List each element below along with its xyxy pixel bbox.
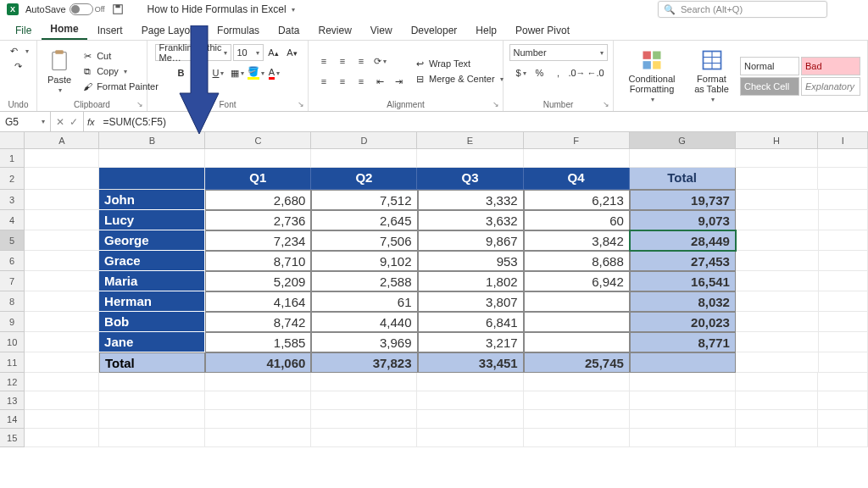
cell[interactable] <box>819 352 868 373</box>
cell[interactable]: 3,632 <box>418 210 524 230</box>
cell[interactable] <box>630 373 736 391</box>
cell[interactable]: 25,745 <box>524 352 630 373</box>
fx-icon[interactable]: fx <box>84 117 98 127</box>
paste-button[interactable]: Paste▾ <box>44 47 75 96</box>
cell[interactable]: 20,023 <box>630 312 736 332</box>
cell[interactable]: 2,736 <box>205 210 311 230</box>
cell[interactable] <box>417 410 523 429</box>
cell[interactable] <box>25 271 99 291</box>
cell[interactable] <box>205 373 311 391</box>
cell[interactable]: John <box>99 190 205 210</box>
cell[interactable]: 8,771 <box>630 332 736 352</box>
cell[interactable]: Total <box>630 168 736 190</box>
cell[interactable] <box>25 429 99 447</box>
col-header-d[interactable]: D <box>311 132 417 149</box>
row-header[interactable]: 15 <box>0 429 25 447</box>
tab-home[interactable]: Home <box>42 19 86 40</box>
align-left-button[interactable]: ≡ <box>315 73 332 90</box>
cell[interactable] <box>736 352 819 373</box>
cell[interactable]: 7,512 <box>311 190 417 210</box>
orientation-button[interactable]: ⟳▾ <box>371 53 388 69</box>
cell[interactable]: 27,453 <box>630 251 736 271</box>
row-header[interactable]: 8 <box>0 291 25 312</box>
conditional-formatting-button[interactable]: Conditional Formatting▾ <box>620 47 683 105</box>
cell[interactable] <box>25 230 99 251</box>
cell[interactable]: 3,332 <box>418 190 524 210</box>
tab-power-pivot[interactable]: Power Pivot <box>507 21 578 40</box>
cell[interactable]: 9,102 <box>311 251 417 271</box>
col-header-e[interactable]: E <box>417 132 523 149</box>
col-header-b[interactable]: B <box>99 132 205 149</box>
cell[interactable]: 28,449 <box>630 230 736 251</box>
cell[interactable] <box>311 429 417 447</box>
number-format-select[interactable]: Number▾ <box>509 44 608 61</box>
italic-button[interactable]: I <box>192 64 209 81</box>
cell[interactable]: 3,842 <box>524 230 630 251</box>
col-header-g[interactable]: G <box>630 132 736 149</box>
style-explanatory[interactable]: Explanatory <box>801 77 860 96</box>
align-right-button[interactable]: ≡ <box>353 73 370 90</box>
enter-formula-icon[interactable]: ✓ <box>70 116 78 128</box>
clipboard-launcher-icon[interactable]: ↘ <box>136 100 143 108</box>
col-header-i[interactable]: I <box>818 132 868 149</box>
tab-developer[interactable]: Developer <box>403 21 466 40</box>
cell[interactable] <box>736 149 819 168</box>
cell[interactable] <box>25 251 99 271</box>
cell[interactable] <box>818 149 868 168</box>
cell[interactable] <box>736 271 819 291</box>
row-header[interactable]: 6 <box>0 251 25 271</box>
row-header[interactable]: 3 <box>0 190 25 210</box>
toggle-switch-icon[interactable] <box>70 3 93 15</box>
cell[interactable]: 5,209 <box>205 271 311 291</box>
row-header[interactable]: 9 <box>0 312 25 332</box>
cell[interactable]: Jane <box>99 332 205 352</box>
row-header[interactable]: 7 <box>0 271 25 291</box>
cell[interactable] <box>630 429 736 447</box>
cell[interactable] <box>524 291 630 312</box>
cell[interactable] <box>25 332 99 352</box>
cell[interactable] <box>417 391 523 410</box>
cell[interactable]: 7,506 <box>311 230 417 251</box>
cell[interactable]: 9,073 <box>630 210 736 230</box>
font-name-select[interactable]: Franklin Gothic Me…▾ <box>155 44 231 61</box>
cell[interactable]: Q4 <box>524 168 630 190</box>
decrease-decimal-button[interactable]: ←.0 <box>587 64 604 81</box>
cell[interactable] <box>524 149 630 168</box>
cell[interactable]: Maria <box>99 271 205 291</box>
cell[interactable] <box>524 373 630 391</box>
align-middle-button[interactable]: ≡ <box>334 53 351 69</box>
cell[interactable] <box>25 190 99 210</box>
row-header[interactable]: 13 <box>0 391 25 410</box>
cell[interactable] <box>99 429 205 447</box>
cell[interactable] <box>25 210 99 230</box>
cell[interactable] <box>736 373 819 391</box>
cell[interactable]: 8,032 <box>630 291 736 312</box>
cell[interactable] <box>736 291 819 312</box>
font-launcher-icon[interactable]: ↘ <box>298 100 304 108</box>
align-center-button[interactable]: ≡ <box>334 73 351 90</box>
cell[interactable] <box>25 410 99 429</box>
cell[interactable]: 953 <box>418 251 524 271</box>
cell[interactable] <box>630 391 736 410</box>
cell[interactable] <box>417 373 523 391</box>
save-icon[interactable] <box>112 3 124 15</box>
cell[interactable]: Total <box>99 352 205 373</box>
redo-button[interactable]: ↷ <box>11 59 26 73</box>
tab-insert[interactable]: Insert <box>89 21 131 40</box>
row-header[interactable]: 14 <box>0 410 25 429</box>
document-title[interactable]: How to Hide Formulas in Excel ▾ <box>147 3 295 15</box>
cell[interactable] <box>311 149 417 168</box>
col-header-f[interactable]: F <box>524 132 630 149</box>
cell[interactable] <box>99 373 205 391</box>
style-check-cell[interactable]: Check Cell <box>740 77 799 96</box>
cell[interactable]: Bob <box>99 312 205 332</box>
cell[interactable] <box>524 410 630 429</box>
row-header[interactable]: 1 <box>0 149 25 168</box>
cell[interactable] <box>99 391 205 410</box>
accounting-button[interactable]: $▾ <box>513 64 530 81</box>
row-header[interactable]: 5 <box>0 230 25 251</box>
cell[interactable]: Herman <box>99 291 205 312</box>
cell[interactable] <box>25 373 99 391</box>
cell[interactable] <box>818 373 868 391</box>
cell[interactable]: George <box>99 230 205 251</box>
